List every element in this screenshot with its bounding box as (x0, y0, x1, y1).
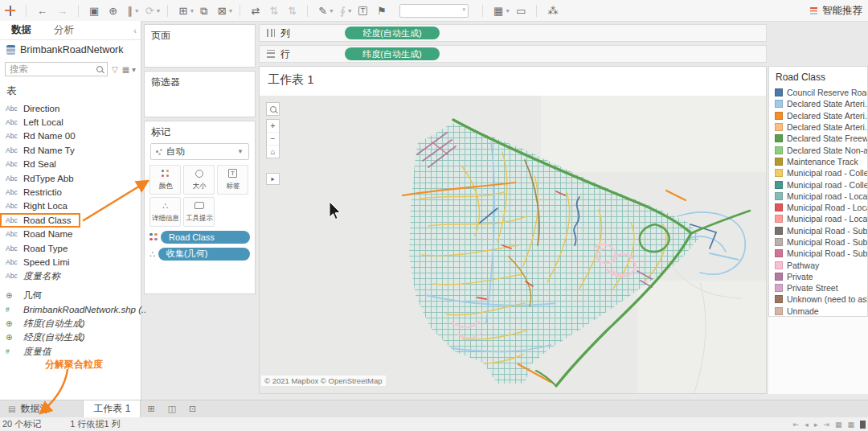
field-road-name[interactable]: AbcRoad Name (0, 228, 141, 241)
legend-item[interactable]: Private Street (769, 282, 867, 293)
rows-shelf[interactable]: 行 纬度(自动生成) (259, 45, 767, 63)
map-canvas[interactable]: DK eco 优阅 数据生态 (260, 96, 766, 393)
show-me-dropdown-arrow[interactable]: ▼ (505, 8, 510, 14)
fit-dropdown[interactable] (399, 4, 469, 18)
pager-nav-icon[interactable]: ▸ (814, 421, 818, 429)
field-measure-names[interactable]: Abc度量名称 (0, 269, 141, 283)
field-rd-name-ty[interactable]: AbcRd Name Ty (0, 143, 141, 157)
share-button[interactable]: ⁂ (547, 6, 558, 16)
field-rdtype-abb[interactable]: AbcRdType Abb (0, 171, 141, 185)
pager-nav-icon[interactable]: ◂ (805, 421, 809, 429)
group-members-dropdown-arrow[interactable]: ▼ (347, 8, 353, 14)
highlight-button[interactable]: ✎ (318, 6, 327, 16)
run-auto-updates-dropdown-arrow[interactable]: ▼ (156, 8, 162, 14)
marks-pill-collect-geometry[interactable]: 收集(几何) (158, 248, 250, 261)
field-direction[interactable]: AbcDirection (0, 101, 141, 115)
sort-ascending-button[interactable]: ⇅ (269, 6, 278, 16)
group-members-button[interactable]: ∮ (340, 6, 346, 16)
marks-button-detail[interactable]: ∴详细信息 (149, 197, 181, 227)
zoom-out-button[interactable]: − (267, 132, 279, 145)
road-class-legend[interactable]: Road Class Council Reserve Road..Declare… (768, 66, 868, 317)
field-speed-limi[interactable]: AbcSpeed Limi (0, 255, 141, 269)
legend-item[interactable]: Municipal Road - Sub-.. (769, 225, 867, 236)
pages-shelf[interactable]: 页面 (144, 24, 256, 68)
pill-longitude[interactable]: 经度(自动生成) (345, 27, 440, 39)
field-left-local[interactable]: AbcLeft Local (0, 115, 141, 129)
pause-auto-updates-button[interactable]: ∥ (127, 6, 133, 16)
legend-item[interactable]: Municipal road - Colle.. (769, 167, 867, 179)
legend-item[interactable]: Private (769, 271, 867, 282)
tab-data[interactable]: 数据 (0, 23, 43, 37)
tab-datasource[interactable]: ▤ 数据源 (0, 402, 57, 416)
legend-item[interactable]: Pathway (769, 259, 867, 270)
field-latitude-generated[interactable]: ⊕纬度(自动生成) (0, 317, 141, 330)
legend-item[interactable]: Unknown (need to ask.. (769, 293, 867, 305)
zoom-home-button[interactable]: ⌂ (267, 145, 279, 158)
clear-sheet-button[interactable]: ⊠ (218, 6, 227, 16)
mark-type-dropdown[interactable]: 自动 ▼ (150, 143, 249, 160)
marks-button-tooltip[interactable]: 工具提示 (183, 197, 215, 227)
field-right-loca[interactable]: AbcRight Loca (0, 199, 141, 213)
swap-rows-columns-button[interactable]: ⇄ (251, 6, 260, 16)
field-geometry[interactable]: ⊕几何 (0, 289, 141, 302)
view-options-icon[interactable]: ▦ ▾ (122, 65, 136, 74)
new-worksheet-tab-button[interactable]: ⊞ (147, 404, 154, 414)
zoom-in-button[interactable]: + (267, 120, 279, 132)
legend-item[interactable]: Declared State Freew.. (769, 133, 867, 144)
tab-sheet1[interactable]: 工作表 1 (83, 400, 141, 417)
field-road-class[interactable]: AbcRoad Class (0, 213, 80, 227)
new-story-tab-button[interactable]: ⊡ (189, 404, 196, 414)
legend-item[interactable]: Unmade (769, 306, 867, 317)
marks-button-label[interactable]: T标签 (217, 165, 248, 195)
new-worksheet-button[interactable]: ⊞ (178, 6, 187, 16)
filter-icon[interactable]: ▽ (112, 65, 118, 74)
legend-item[interactable]: Declared State Arteri.. (769, 110, 867, 121)
field-restrictio[interactable]: AbcRestrictio (0, 185, 141, 199)
tab-analytics[interactable]: 分析 (43, 23, 85, 37)
collapse-panel-icon[interactable]: ‹ (133, 26, 141, 35)
pill-latitude[interactable]: 纬度(自动生成) (345, 47, 440, 60)
pager-nav-icon[interactable]: ⇥ (823, 421, 829, 429)
new-datasource-button[interactable]: ⊕ (108, 6, 117, 16)
legend-item[interactable]: Maintenance Track (769, 156, 867, 167)
marks-button-color[interactable]: 颜色 (149, 165, 181, 195)
field-longitude-generated[interactable]: ⊕经度(自动生成) (0, 330, 141, 344)
new-worksheet-dropdown-arrow[interactable]: ▼ (189, 8, 194, 14)
panel-block-icon[interactable] (860, 421, 866, 429)
fix-axes-button[interactable]: ⚑ (377, 6, 387, 16)
show-mark-labels-button[interactable]: T (358, 6, 368, 15)
smart-recommend[interactable]: 智能推荐 (810, 4, 862, 18)
map-search-button[interactable] (266, 102, 280, 116)
legend-item[interactable]: Declared State Arteri.. (769, 98, 867, 109)
view-grid-icon[interactable]: ▦ (835, 421, 842, 429)
field-measure-values[interactable]: #度量值 (0, 345, 141, 359)
legend-item[interactable]: Municipal road - Colle.. (769, 179, 867, 190)
presentation-mode-button[interactable]: ▭ (516, 6, 526, 16)
field-rd-name-00[interactable]: AbcRd Name 00 (0, 129, 141, 143)
tableau-logo-button[interactable] (5, 6, 15, 16)
undo-button[interactable]: ← (37, 6, 47, 16)
view-grid-icon[interactable]: ▦ (847, 421, 854, 429)
map-controls-expand-button[interactable]: ▸ (266, 173, 280, 185)
legend-item[interactable]: Municipal Road - Sub-.. (769, 236, 867, 248)
datasource-row[interactable]: BrimbankRoadNetwork (0, 40, 141, 60)
show-me-button[interactable]: ▦ (493, 6, 503, 16)
legend-item[interactable]: Municipal road - Local .. (769, 213, 867, 224)
field-shp-count[interactable]: #BrimbankRoadNetwork.shp (.. (0, 302, 141, 316)
redo-button[interactable]: → (57, 6, 68, 16)
field-rd-seal[interactable]: AbcRd Seal (0, 158, 141, 171)
duplicate-sheet-button[interactable]: ⧉ (200, 6, 207, 16)
search-input[interactable]: 搜索 (5, 62, 108, 76)
marks-button-size[interactable]: 大小 (183, 165, 215, 195)
marks-pill-road-class[interactable]: Road Class (161, 231, 250, 244)
field-road-type[interactable]: AbcRoad Type (0, 241, 141, 255)
legend-item[interactable]: Declared State Arteri.. (769, 121, 867, 133)
filters-shelf[interactable]: 筛选器 (144, 71, 256, 117)
legend-item[interactable]: Declared State Non-ar.. (769, 144, 867, 155)
run-auto-updates-button[interactable]: ⟳ (145, 6, 154, 16)
clear-sheet-dropdown-arrow[interactable]: ▼ (228, 8, 234, 14)
pager-nav-icon[interactable]: ⇤ (793, 421, 800, 429)
new-dashboard-tab-button[interactable]: ◫ (168, 404, 176, 414)
sort-descending-button[interactable]: ⇅ (288, 6, 297, 16)
legend-item[interactable]: Municipal road - Local .. (769, 191, 867, 202)
